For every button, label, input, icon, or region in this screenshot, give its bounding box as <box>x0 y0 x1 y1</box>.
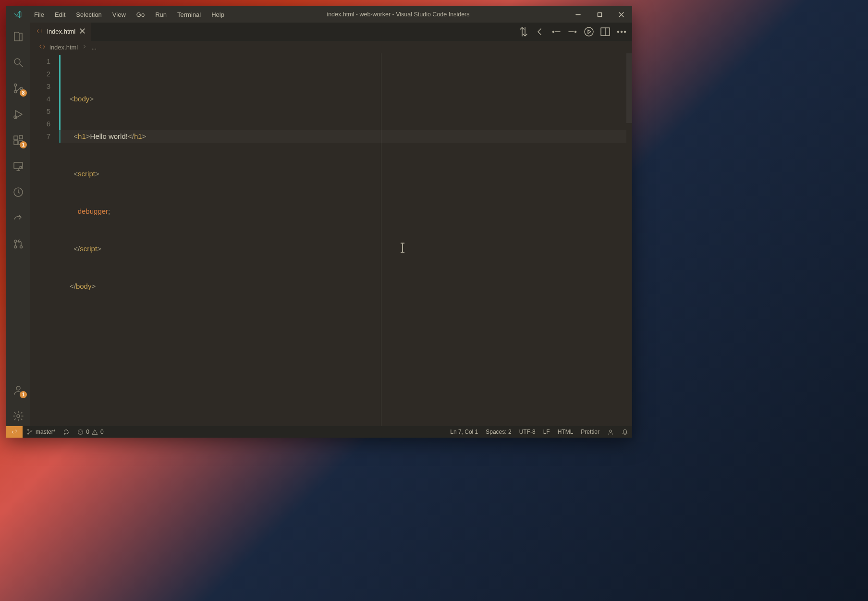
svg-point-29 <box>610 430 612 432</box>
explorer-icon[interactable] <box>7 26 30 47</box>
compare-changes-icon[interactable] <box>518 26 529 37</box>
breadcrumb[interactable]: index.html ... <box>30 41 632 53</box>
language-mode[interactable]: HTML <box>554 426 577 438</box>
accounts-icon[interactable]: 1 <box>7 380 30 400</box>
line-number-gutter: 123 456 7 <box>30 53 59 426</box>
more-actions-icon[interactable] <box>616 26 627 37</box>
timeline-icon[interactable] <box>7 182 30 202</box>
window-body: 8 1 1 index.html <box>6 23 632 426</box>
settings-gear-icon[interactable] <box>7 406 30 426</box>
svg-point-27 <box>31 430 32 431</box>
chevron-right-icon <box>82 44 87 51</box>
menu-file[interactable]: File <box>29 8 49 21</box>
minimap[interactable] <box>626 53 632 426</box>
extensions-badge: 1 <box>20 141 27 148</box>
menu-selection[interactable]: Selection <box>71 8 106 21</box>
menu-run[interactable]: Run <box>150 8 171 21</box>
svg-point-18 <box>553 31 554 33</box>
breadcrumb-file[interactable]: index.html <box>49 44 78 51</box>
editor-group: index.html index.html ... <box>30 23 632 426</box>
formatter[interactable]: Prettier <box>577 426 603 438</box>
tab-close-icon[interactable] <box>79 28 86 36</box>
git-branch[interactable]: master* <box>23 426 59 438</box>
remote-explorer-icon[interactable] <box>7 156 30 176</box>
text-cursor-icon <box>402 243 403 253</box>
menu-bar: File Edit Selection View Go Run Terminal… <box>29 8 229 21</box>
menu-terminal[interactable]: Terminal <box>172 8 206 21</box>
step-back-icon[interactable] <box>550 26 562 37</box>
minimap-thumb[interactable] <box>626 53 632 123</box>
svg-point-15 <box>20 246 23 248</box>
svg-rect-9 <box>19 135 23 139</box>
scm-badge: 8 <box>20 89 27 97</box>
tab-index-html[interactable]: index.html <box>30 23 91 41</box>
svg-point-22 <box>618 31 619 33</box>
tab-label: index.html <box>47 28 75 35</box>
svg-point-23 <box>621 31 623 33</box>
minimize-button[interactable] <box>567 6 589 23</box>
svg-point-17 <box>17 415 20 417</box>
notifications-bell-icon[interactable] <box>618 426 632 438</box>
titlebar[interactable]: File Edit Selection View Go Run Terminal… <box>6 6 632 23</box>
window-controls <box>567 6 632 23</box>
status-bar: master* 0 0 Ln 7, Col 1 Spaces: 2 UTF-8 … <box>6 426 632 438</box>
branch-name: master* <box>36 429 55 435</box>
search-icon[interactable] <box>7 52 30 73</box>
svg-rect-6 <box>14 136 18 140</box>
html-file-icon <box>36 27 43 36</box>
close-button[interactable] <box>611 6 632 23</box>
split-editor-icon[interactable] <box>599 26 611 37</box>
live-share-icon[interactable] <box>7 208 30 228</box>
maximize-button[interactable] <box>589 6 611 23</box>
svg-point-24 <box>624 31 626 33</box>
remote-indicator[interactable] <box>6 426 23 438</box>
svg-point-20 <box>585 27 593 36</box>
svg-point-19 <box>575 31 576 33</box>
run-debug-icon[interactable] <box>7 104 30 124</box>
cursor-position[interactable]: Ln 7, Col 1 <box>446 426 482 438</box>
pull-requests-icon[interactable] <box>7 234 30 254</box>
svg-point-1 <box>14 59 20 64</box>
activity-bar: 8 1 1 <box>6 23 30 426</box>
run-file-icon[interactable] <box>583 26 595 37</box>
source-control-icon[interactable]: 8 <box>7 78 30 98</box>
menu-help[interactable]: Help <box>207 8 229 21</box>
code-content[interactable]: <body> <h1>Hello world!</h1> <script> de… <box>59 53 626 426</box>
svg-rect-0 <box>598 12 602 16</box>
step-forward-icon[interactable] <box>567 26 578 37</box>
warning-count: 0 <box>100 429 104 435</box>
problems[interactable]: 0 0 <box>73 426 107 438</box>
svg-rect-7 <box>14 141 18 145</box>
html-file-icon <box>39 43 46 51</box>
window-title: index.html - web-worker - Visual Studio … <box>229 11 567 18</box>
code-editor[interactable]: 123 456 7 <body> <h1>Hello world!</h1> <… <box>30 53 632 426</box>
editor-actions <box>518 23 632 41</box>
feedback-icon[interactable] <box>603 426 618 438</box>
encoding[interactable]: UTF-8 <box>515 426 539 438</box>
vscode-logo-icon <box>6 10 29 19</box>
tab-bar: index.html <box>30 23 632 41</box>
svg-point-16 <box>16 386 20 390</box>
accounts-badge: 1 <box>20 391 27 398</box>
breadcrumb-rest[interactable]: ... <box>91 44 97 51</box>
error-count: 0 <box>86 429 89 435</box>
menu-edit[interactable]: Edit <box>50 8 70 21</box>
extensions-icon[interactable]: 1 <box>7 130 30 150</box>
menu-view[interactable]: View <box>108 8 131 21</box>
menu-go[interactable]: Go <box>132 8 149 21</box>
indentation[interactable]: Spaces: 2 <box>482 426 515 438</box>
vscode-window: File Edit Selection View Go Run Terminal… <box>6 6 632 438</box>
svg-point-11 <box>20 166 22 168</box>
sync-button[interactable] <box>59 426 73 438</box>
go-back-icon[interactable] <box>534 26 546 37</box>
current-line-highlight <box>59 130 626 143</box>
eol[interactable]: LF <box>539 426 554 438</box>
